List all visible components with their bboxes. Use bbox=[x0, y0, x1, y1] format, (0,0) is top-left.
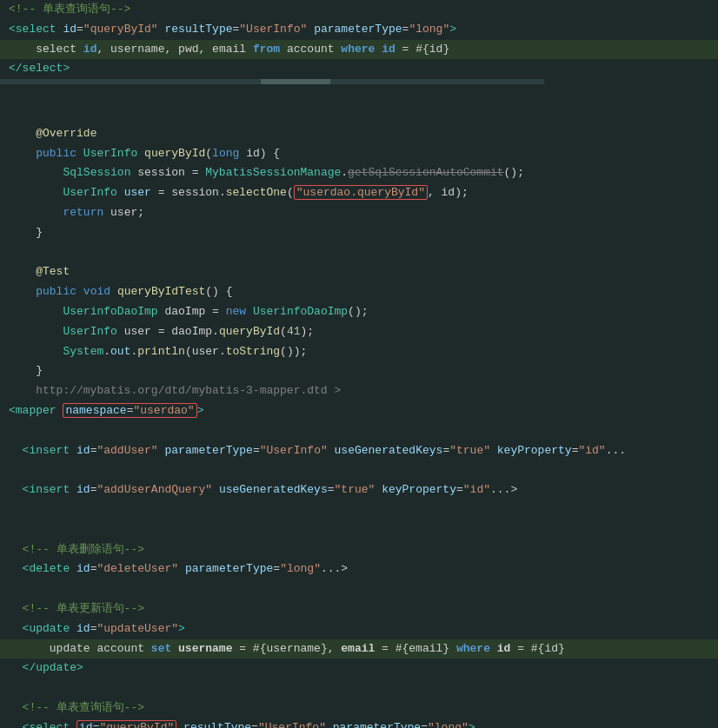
scroll-indicator[interactable] bbox=[0, 79, 544, 84]
line-empty-7 bbox=[0, 520, 718, 540]
line-empty-2 bbox=[0, 104, 718, 124]
line-comment-update: <!-- 单表更新语句--> bbox=[0, 599, 718, 619]
line-sql-select-top: select id, username, pwd, email from acc… bbox=[0, 40, 718, 60]
line-insert-adduserandquery: <insert id="addUserAndQuery" useGenerate… bbox=[0, 480, 718, 500]
line-empty-3 bbox=[0, 243, 718, 263]
line-session-create: SqlSession session = MybatisSessionManag… bbox=[0, 163, 718, 183]
line-comment-1: <!-- 单表查询语句--> bbox=[0, 0, 718, 20]
line-update-close: </update> bbox=[0, 659, 718, 678]
line-insert-adduser: <insert id="addUser" parameterType="User… bbox=[0, 441, 718, 461]
line-empty-8 bbox=[0, 579, 718, 599]
line-close-brace-1: } bbox=[0, 223, 718, 243]
line-close-brace-2: } bbox=[0, 361, 718, 381]
line-empty-9 bbox=[0, 678, 718, 698]
line-user-querybyid: UserInfo user = daoImp.queryById(41); bbox=[0, 322, 718, 342]
line-xml-select-open: <select id="queryById" resultType="UserI… bbox=[0, 20, 718, 40]
line-comment-select-bottom: <!-- 单表查询语句--> bbox=[0, 698, 718, 718]
line-empty-6 bbox=[0, 500, 718, 520]
line-daoimp-create: UserinfoDaoImp daoImp = new UserinfoDaoI… bbox=[0, 302, 718, 322]
line-sql-update: update account set username = #{username… bbox=[0, 639, 718, 659]
comment-text-1: <!-- 单表查询语句--> bbox=[9, 3, 130, 16]
line-println: System.out.println(user.toString()); bbox=[0, 342, 718, 362]
line-annotation-override: @Override bbox=[0, 124, 718, 144]
code-content: <!-- 单表查询语句--> <select id="queryById" re… bbox=[0, 0, 718, 728]
line-select-one: UserInfo user = session.selectOne("userd… bbox=[0, 183, 718, 203]
line-mapper-namespace: <mapper namespace="userdao"> bbox=[0, 401, 718, 421]
line-dtd: http://mybatis.org/dtd/mybatis-3-mapper.… bbox=[0, 381, 718, 401]
line-annotation-test: @Test bbox=[0, 262, 718, 282]
line-comment-delete: <!-- 单表删除语句--> bbox=[0, 540, 718, 560]
code-editor: <!-- 单表查询语句--> <select id="queryById" re… bbox=[0, 0, 718, 728]
line-update-open: <update id="updateUser"> bbox=[0, 619, 718, 639]
scroll-thumb[interactable] bbox=[261, 79, 330, 84]
red-box-querybyid-bottom: id="queryById" bbox=[76, 720, 176, 728]
line-empty-5 bbox=[0, 460, 718, 480]
line-empty-1 bbox=[0, 84, 718, 104]
red-box-namespace: namespace="userdao" bbox=[63, 403, 196, 418]
red-box-userdao-querybyid: "userdao.queryById" bbox=[294, 185, 428, 200]
line-test-method-sig: public void queryByIdTest() { bbox=[0, 282, 718, 302]
line-method-signature: public UserInfo queryById(long id) { bbox=[0, 144, 718, 164]
line-xml-select-bottom-open: <select id="queryById" resultType="UserI… bbox=[0, 718, 718, 728]
line-return-user: return user; bbox=[0, 203, 718, 223]
line-delete-user: <delete id="deleteUser" parameterType="l… bbox=[0, 559, 718, 579]
line-xml-select-close-top: </select> bbox=[0, 59, 718, 79]
line-empty-4 bbox=[0, 421, 718, 441]
